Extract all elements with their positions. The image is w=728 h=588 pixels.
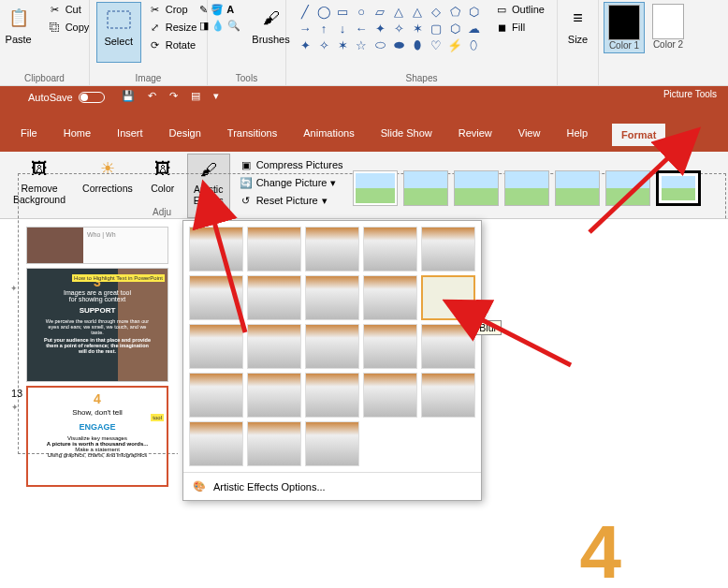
tab-design[interactable]: Design: [167, 124, 203, 146]
effect-thumb[interactable]: [247, 373, 301, 418]
qat-dropdown-icon[interactable]: ▾: [213, 90, 219, 102]
tab-format[interactable]: Format: [612, 124, 665, 146]
zoom-icon[interactable]: 🔍: [227, 20, 240, 32]
tools-group-label: Tools: [236, 71, 257, 85]
save-icon[interactable]: 💾: [122, 90, 135, 102]
change-icon: 🔄: [240, 176, 253, 189]
effect-thumb[interactable]: [305, 373, 359, 418]
style-thumb[interactable]: [504, 170, 549, 206]
select-icon: [105, 6, 133, 34]
outline-button[interactable]: ▭Outline: [491, 2, 548, 17]
effect-thumb[interactable]: [363, 324, 417, 369]
fill-icon[interactable]: 🪣: [211, 4, 224, 16]
effect-thumb[interactable]: [305, 227, 359, 272]
tab-slideshow[interactable]: Slide Show: [379, 124, 434, 146]
tab-review[interactable]: Review: [457, 124, 494, 146]
start-icon[interactable]: ▤: [191, 90, 200, 102]
copy-button[interactable]: ⿻Copy: [45, 20, 94, 35]
tab-animations[interactable]: Animations: [301, 124, 356, 146]
picker-icon[interactable]: 💧: [211, 20, 225, 32]
corrections-icon: ☀: [95, 155, 121, 182]
svg-line-3: [475, 316, 571, 365]
artistic-effects-icon: 🖌: [196, 156, 222, 183]
scissors-icon: ✂: [49, 3, 62, 16]
crop-button[interactable]: ✂Crop: [145, 2, 201, 17]
fill-shape-button[interactable]: ◼Fill: [491, 20, 548, 35]
style-thumb[interactable]: [454, 170, 499, 206]
svg-line-2: [590, 153, 674, 232]
slide-panel: Who | Wh 12✦ 3 How to Highlight Text in …: [0, 219, 178, 588]
effect-thumb[interactable]: [363, 227, 417, 272]
brush-icon: 🖌: [257, 4, 285, 32]
redo-icon[interactable]: ↷: [169, 90, 178, 102]
tab-view[interactable]: View: [517, 124, 543, 146]
svg-line-1: [212, 215, 245, 332]
artistic-effects-button[interactable]: 🖌Artistic Effects: [187, 154, 230, 218]
crop-icon: ✂: [149, 3, 162, 16]
effect-thumb[interactable]: [363, 275, 417, 320]
text-icon[interactable]: A: [226, 4, 234, 16]
annotation-arrow-artistic: [208, 211, 264, 344]
resize-icon: ⤢: [149, 21, 162, 34]
size-button[interactable]: ≡Size: [559, 2, 598, 47]
picture-tools-label: Picture Tools: [663, 89, 717, 99]
effect-thumb[interactable]: [305, 324, 359, 369]
compress-pictures-button[interactable]: ▣Compress Pictures: [236, 157, 347, 172]
effect-thumb[interactable]: [305, 275, 359, 320]
slide-thumb-12[interactable]: 12✦ 3 How to Highlight Text in PowerPoin…: [26, 268, 168, 382]
effect-thumb[interactable]: [305, 421, 359, 466]
annotation-arrow-format: [580, 148, 692, 243]
clipboard-icon: 📋: [5, 4, 33, 32]
eraser-icon[interactable]: ◨: [199, 20, 209, 32]
top-ribbon: 📋 Paste ✂Cut ⿻Copy Clipboard Select ✂Cro…: [0, 0, 728, 86]
tab-insert[interactable]: Insert: [115, 124, 145, 146]
resize-button[interactable]: ⤢Resize: [145, 20, 201, 35]
artistic-effects-options[interactable]: 🎨 Artistic Effects Options...: [183, 472, 481, 500]
select-button[interactable]: Select: [96, 2, 141, 63]
tab-help[interactable]: Help: [564, 124, 590, 146]
tab-home[interactable]: Home: [62, 124, 93, 146]
rotate-button[interactable]: ⟳Rotate: [145, 37, 201, 52]
effect-thumb[interactable]: [189, 373, 243, 418]
effect-thumb[interactable]: [421, 373, 475, 418]
tab-transitions[interactable]: Transitions: [226, 124, 279, 146]
annotation-arrow-blur: [468, 309, 580, 376]
reset-picture-button[interactable]: ↺Reset Picture ▾: [236, 193, 347, 208]
paste-button[interactable]: 📋 Paste: [0, 2, 41, 47]
quick-access-toolbar: 💾 ↶ ↷ ▤ ▾: [122, 90, 219, 102]
effect-thumb[interactable]: [189, 421, 243, 466]
corrections-button[interactable]: ☀Corrections: [77, 154, 138, 218]
cut-button[interactable]: ✂Cut: [45, 2, 94, 17]
style-thumb[interactable]: [403, 170, 448, 206]
undo-icon[interactable]: ↶: [148, 90, 156, 102]
copy-icon: ⿻: [49, 21, 62, 34]
remove-background-button[interactable]: 🖼Remove Background: [7, 154, 71, 218]
color1-button[interactable]: Color 1: [604, 2, 645, 53]
effect-thumb[interactable]: [421, 227, 475, 272]
autosave-toggle[interactable]: AutoSave: [28, 92, 105, 103]
color2-button[interactable]: Color 2: [648, 2, 688, 51]
reset-icon: ↺: [240, 194, 253, 207]
adjust-group-label: Adju: [153, 207, 171, 217]
ppt-titlebar: AutoSave 💾 ↶ ↷ ▤ ▾ Picture Tools File Ho…: [0, 86, 728, 152]
clipboard-group-label: Clipboard: [24, 71, 65, 85]
shapes-group-label: Shapes: [406, 71, 438, 85]
effect-thumb[interactable]: [363, 373, 417, 418]
ppt-tabs: File Home Insert Design Transitions Anim…: [19, 124, 665, 146]
slide-number: 4: [579, 509, 719, 588]
chevron-down-icon: ▾: [322, 195, 328, 207]
tab-file[interactable]: File: [19, 124, 39, 146]
compress-icon: ▣: [240, 158, 253, 171]
slide-thumb-11[interactable]: Who | Wh: [26, 227, 168, 264]
shapes-gallery[interactable]: ╱◯▭○▱△△◇⬠⬡ →↑↓←✦✧✶▢⬡☁ ✦✧✶☆⬭⬬⬮♡⚡⬯: [295, 2, 484, 54]
fill-shape-icon: ◼: [495, 21, 508, 34]
change-picture-button[interactable]: 🔄Change Picture ▾: [236, 175, 347, 190]
size-icon: ≡: [564, 4, 592, 32]
pencil-icon[interactable]: ✎: [199, 4, 208, 16]
slide-thumb-13[interactable]: 13✦ 4 Show, don't tell tool ENGAGE Visua…: [26, 386, 168, 487]
effect-thumb[interactable]: [247, 421, 301, 466]
style-thumb[interactable]: [353, 170, 398, 206]
image-group-label: Image: [136, 71, 162, 85]
rotate-icon: ⟳: [149, 38, 162, 51]
outline-icon: ▭: [495, 3, 508, 16]
